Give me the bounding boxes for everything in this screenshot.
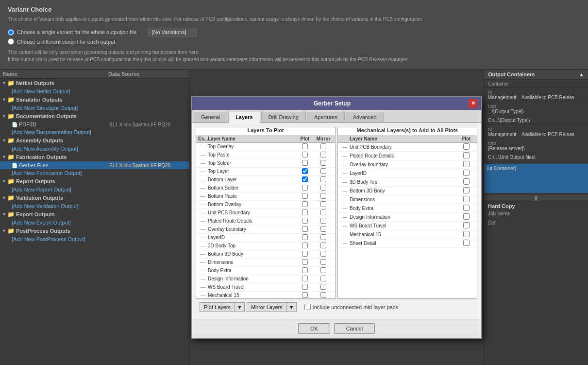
tree-group-export[interactable]: ▼ 📁 Export Outputs <box>0 210 189 219</box>
tree-group-fabrication[interactable]: ▼ 📁 Fabrication Outputs <box>0 153 189 161</box>
tree-item-add-postprocess[interactable]: [Add New PostProcess Output] <box>0 235 189 243</box>
plot-checkbox[interactable] <box>302 143 308 149</box>
include-unconnected-checkbox[interactable] <box>304 304 311 310</box>
plot-checkbox[interactable] <box>302 243 308 248</box>
plot-checkbox[interactable] <box>302 267 308 273</box>
arrow-icon: ▼ <box>2 81 6 86</box>
scroll-up-icon[interactable]: ▲ <box>579 71 584 77</box>
mech-layer-row: —Plated Route Details <box>338 152 477 160</box>
mirror-layers-button[interactable]: Mirror Layers <box>247 302 286 312</box>
tree-item-add-doc[interactable]: [Add New Documentation Output] <box>0 128 189 136</box>
mech-plot-checkbox[interactable] <box>463 231 470 237</box>
validation-group-label: Validation Outputs <box>16 195 187 201</box>
tab-layers[interactable]: Layers <box>228 112 260 123</box>
plot-checkbox[interactable] <box>302 160 308 166</box>
plot-checkbox[interactable] <box>302 193 308 199</box>
mirror-layers-arrow[interactable]: ▼ <box>286 302 297 312</box>
plot-checkbox[interactable] <box>302 176 308 182</box>
ok-button[interactable]: OK <box>298 323 330 334</box>
mirror-checkbox[interactable] <box>320 176 326 182</box>
plot-layers-arrow[interactable]: ▼ <box>235 302 245 312</box>
mirror-checkbox[interactable] <box>320 152 326 157</box>
plot-checkbox[interactable] <box>302 185 308 191</box>
selected-container-box[interactable]: [ut Container] <box>484 164 588 193</box>
tree-item-add-validation[interactable]: [Add New Validation Output] <box>0 202 189 210</box>
mirror-checkbox[interactable] <box>320 193 326 199</box>
tab-apertures[interactable]: Apertures <box>307 112 345 122</box>
tree-item-pdf3d[interactable]: 📄 PDF3D SL1 Xilinx Spartan-IIE PQ20 <box>0 121 189 128</box>
tree-group-postprocess[interactable]: ▼ 📁 PostProcess Outputs <box>0 226 189 235</box>
mech-plot-checkbox[interactable] <box>463 222 470 228</box>
mirror-checkbox[interactable] <box>320 292 326 298</box>
plot-checkbox[interactable] <box>302 251 308 257</box>
plot-checkbox[interactable] <box>302 201 308 207</box>
plot-checkbox[interactable] <box>302 259 308 265</box>
tree-item-add-report[interactable]: [Add New Report Output] <box>0 186 189 193</box>
tree-item-add-netlist[interactable]: [Add New Netlist Output] <box>0 87 189 95</box>
mirror-checkbox[interactable] <box>320 201 326 207</box>
output-containers-header: Output Containers ▲ <box>484 70 588 80</box>
mirror-checkbox[interactable] <box>320 143 326 149</box>
tree-group-documentation[interactable]: ▼ 📁 Documentation Outputs <box>0 112 189 121</box>
arrow-icon: ▼ <box>2 228 6 233</box>
plot-checkbox[interactable] <box>302 284 308 290</box>
tree-group-report[interactable]: ▼ 📁 Report Outputs <box>0 177 189 186</box>
mirror-checkbox[interactable] <box>320 234 326 240</box>
mirror-checkbox[interactable] <box>320 251 326 257</box>
plot-layers-button[interactable]: Plot Layers <box>200 302 235 312</box>
tab-general[interactable]: General <box>194 112 227 122</box>
mirror-checkbox[interactable] <box>320 209 326 215</box>
tab-advanced[interactable]: Advanced <box>346 112 384 122</box>
variant-dropdown[interactable]: [No Variations] <box>148 28 197 36</box>
mirror-checkbox[interactable] <box>320 259 326 265</box>
mirror-checkbox[interactable] <box>320 218 326 224</box>
tree-item-add-simulator[interactable]: [Add New Simulator Output] <box>0 104 189 112</box>
mech-plot-checkbox[interactable] <box>463 152 470 158</box>
arrow-icon: ▼ <box>2 114 6 119</box>
mirror-checkbox[interactable] <box>320 276 326 281</box>
mech-plot-checkbox[interactable] <box>463 213 470 220</box>
plot-checkbox[interactable] <box>302 168 308 174</box>
variant-option1-radio[interactable] <box>8 29 14 35</box>
mirror-checkbox[interactable] <box>320 226 326 232</box>
mech-plot-checkbox[interactable] <box>463 178 470 185</box>
mirror-checkbox[interactable] <box>320 267 326 273</box>
tree-col-name: Name <box>3 71 108 77</box>
plot-checkbox[interactable] <box>302 234 308 240</box>
tab-drill-drawing[interactable]: Drill Drawing <box>261 112 306 122</box>
layer-row: —3D Body Top <box>196 242 335 250</box>
arrow-icon: ▼ <box>2 179 6 184</box>
tree-group-netlist[interactable]: ▼ 📁 Netlist Outputs <box>0 79 189 87</box>
cancel-button[interactable]: Cancel <box>334 323 375 334</box>
tree-group-simulator[interactable]: ▼ 📁 Simulator Outputs <box>0 95 189 104</box>
tree-item-gerber-files[interactable]: 📄 Gerber Files SL1 Xilinx Spartan-IIE PQ… <box>0 161 189 169</box>
mech-col-name: Layer Name <box>350 136 457 141</box>
plot-checkbox[interactable] <box>302 276 308 281</box>
mech-plot-checkbox[interactable] <box>463 205 470 211</box>
dialog-close-button[interactable]: ✕ <box>469 99 477 108</box>
mirror-checkbox[interactable] <box>320 160 326 166</box>
variant-option2-radio[interactable] <box>8 38 14 45</box>
plot-checkbox[interactable] <box>302 218 308 224</box>
plot-checkbox[interactable] <box>302 152 308 157</box>
mech-plot-checkbox[interactable] <box>463 196 470 202</box>
file-icon: 📄 <box>12 163 17 168</box>
tree-group-assembly[interactable]: ▼ 📁 Assembly Outputs <box>0 136 189 145</box>
tree-group-validation[interactable]: ▼ 📁 Validation Outputs <box>0 193 189 202</box>
arrow-icon: ▼ <box>2 97 6 102</box>
mech-plot-checkbox[interactable] <box>463 170 470 176</box>
tree-item-add-export[interactable]: [Add New Export Output] <box>0 219 189 226</box>
mirror-checkbox[interactable] <box>320 243 326 248</box>
mech-plot-checkbox[interactable] <box>463 240 470 246</box>
mirror-checkbox[interactable] <box>320 168 326 174</box>
mech-plot-checkbox[interactable] <box>463 161 470 167</box>
plot-checkbox[interactable] <box>302 226 308 232</box>
mech-plot-checkbox[interactable] <box>463 143 470 150</box>
tree-item-add-fabrication[interactable]: [Add New Fabrication Output] <box>0 169 189 177</box>
plot-checkbox[interactable] <box>302 209 308 215</box>
mirror-checkbox[interactable] <box>320 284 326 290</box>
plot-checkbox[interactable] <box>302 292 308 298</box>
mech-plot-checkbox[interactable] <box>463 187 470 193</box>
mirror-checkbox[interactable] <box>320 185 326 191</box>
tree-item-add-assembly[interactable]: [Add New Assembly Output] <box>0 145 189 153</box>
